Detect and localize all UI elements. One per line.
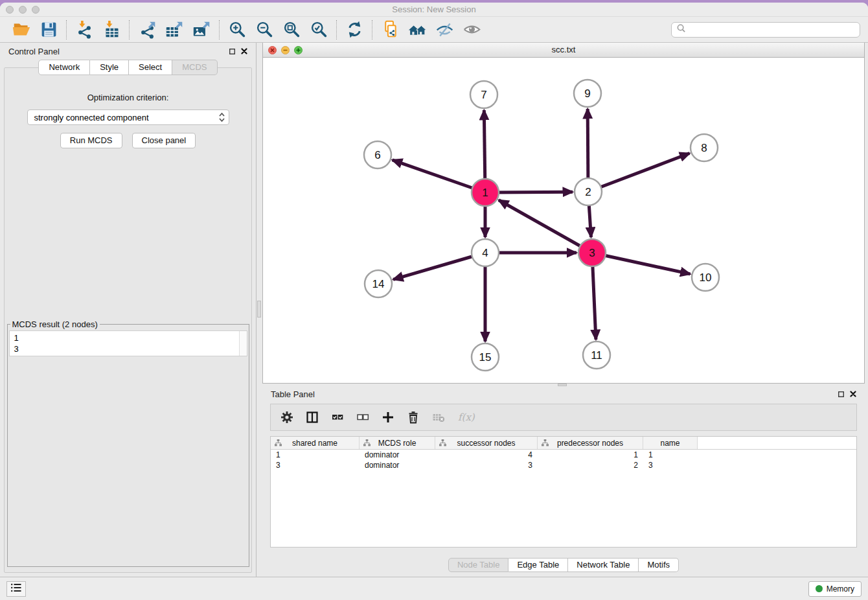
search-input[interactable] [689,25,855,34]
show-all-icon[interactable] [462,20,481,40]
open-file-icon[interactable] [12,20,31,40]
graph-edge-1-6[interactable] [393,160,485,192]
import-network-icon[interactable] [74,20,94,40]
add-row-icon[interactable] [382,410,394,425]
toolbar-group [67,20,129,40]
export-network-icon[interactable] [137,20,157,40]
graph-node-9[interactable]: 9 [574,80,601,107]
graph-node-10[interactable]: 10 [692,264,719,291]
table-row[interactable]: 3dominator323 [271,460,856,470]
table-cell: 4 [435,450,538,459]
delete-column-icon [432,410,445,425]
toolbar-group [4,20,66,40]
toolbar-group [337,20,372,40]
close-panel-button[interactable]: Close panel [132,133,196,148]
network-minimize-icon[interactable] [281,46,290,54]
close-panel-icon[interactable] [241,48,247,54]
tab-network[interactable]: Network [38,60,90,75]
node-table[interactable]: shared nameMCDS rolesuccessor nodesprede… [270,436,857,548]
graph-node-4[interactable]: 4 [472,239,499,266]
graph-node-8[interactable]: 8 [691,134,718,161]
graph-node-label: 6 [374,149,380,161]
run-mcds-button[interactable]: Run MCDS [60,133,122,148]
mcds-result-title: MCDS result (2 nodes) [10,319,100,329]
horizontal-splitter-handle[interactable] [558,384,567,386]
criterion-value: strongly connected component [34,113,149,122]
tab-select[interactable]: Select [129,60,172,75]
graph-node-3[interactable]: 3 [578,239,606,266]
tab-node-table[interactable]: Node Table [448,558,509,572]
select-all-icon[interactable] [331,410,344,425]
list-icon [10,583,22,595]
graph-edge-2-8[interactable] [588,154,690,192]
graph-edge-3-1[interactable] [499,200,592,253]
graph-edge-3-10[interactable] [592,253,691,274]
table-toolbar: f(x) [270,404,857,431]
table-cell: 3 [271,461,360,470]
tab-motifs[interactable]: Motifs [639,558,679,572]
deselect-all-icon[interactable] [356,410,369,425]
close-window-icon[interactable] [6,6,14,14]
zoom-in-icon[interactable] [227,20,247,40]
table-header-row: shared nameMCDS rolesuccessor nodesprede… [271,437,856,450]
show-panels-button[interactable] [6,581,26,597]
table-row[interactable]: 1dominator411 [271,450,856,460]
duplicate-network-icon[interactable] [380,20,400,40]
tab-mcds[interactable]: MCDS [172,60,217,75]
toggle-panel-icon[interactable] [306,410,319,425]
search-box[interactable] [671,22,860,38]
close-table-panel-icon[interactable] [850,391,856,397]
vertical-splitter-handle[interactable] [257,301,261,317]
tab-style[interactable]: Style [90,60,129,75]
column-header-shared-name[interactable]: shared name [271,437,360,449]
table-cell: 1 [271,450,360,459]
result-scrollbar[interactable] [239,331,247,356]
memory-status-icon [816,585,823,592]
graph-node-6[interactable]: 6 [364,141,391,168]
save-session-icon[interactable] [39,20,58,40]
graph-node-11[interactable]: 11 [583,341,610,369]
zoom-out-icon[interactable] [255,20,274,40]
optimization-criterion-label: Optimization criterion: [87,93,169,102]
export-table-icon[interactable] [165,20,184,40]
zoom-fit-icon[interactable] [282,20,301,40]
graph-node-label: 1 [482,187,488,199]
export-image-icon[interactable] [192,20,211,40]
home-icon[interactable] [407,20,427,40]
float-table-panel-icon[interactable] [838,391,844,397]
vertical-splitter[interactable] [257,43,262,577]
horizontal-splitter[interactable] [262,384,865,386]
criterion-dropdown[interactable]: strongly connected component [27,110,229,125]
table-tabs: Node TableEdge TableNetwork TableMotifs [262,558,865,572]
tab-network-table[interactable]: Network Table [568,558,639,572]
graph-node-15[interactable]: 15 [472,343,499,371]
float-panel-icon[interactable] [229,49,235,54]
column-header-name[interactable]: name [643,437,698,449]
graph-node-label: 9 [584,87,590,100]
column-header-MCDS-role[interactable]: MCDS role [360,437,435,449]
tab-edge-table[interactable]: Edge Table [508,558,568,572]
column-settings-icon[interactable] [280,410,293,425]
dropdown-stepper-icon [218,112,225,122]
graph-node-7[interactable]: 7 [470,81,497,108]
control-panel-tabs: NetworkStyleSelectMCDS [0,60,256,75]
network-close-icon[interactable] [268,46,277,54]
memory-button[interactable]: Memory [808,581,862,597]
network-maximize-icon[interactable] [294,46,303,54]
column-header-predecessor-nodes[interactable]: predecessor nodes [538,437,643,449]
function-builder-icon: f(x) [457,410,477,425]
refresh-icon[interactable] [345,20,364,40]
zoom-window-icon[interactable] [32,6,40,14]
column-header-successor-nodes[interactable]: successor nodes [435,437,538,449]
mcds-result-area[interactable]: 1 3 [9,330,247,356]
delete-row-icon[interactable] [407,410,420,425]
network-canvas[interactable]: 1234678910111415 [263,58,864,383]
minimize-window-icon[interactable] [19,6,27,14]
graph-node-2[interactable]: 2 [575,178,602,205]
import-table-icon[interactable] [102,20,121,40]
graph-node-1[interactable]: 1 [472,179,499,206]
graph-node-14[interactable]: 14 [365,270,392,297]
zoom-selected-icon[interactable] [309,20,328,40]
hide-selected-icon[interactable] [435,20,454,40]
graph-node-label: 14 [372,278,385,290]
